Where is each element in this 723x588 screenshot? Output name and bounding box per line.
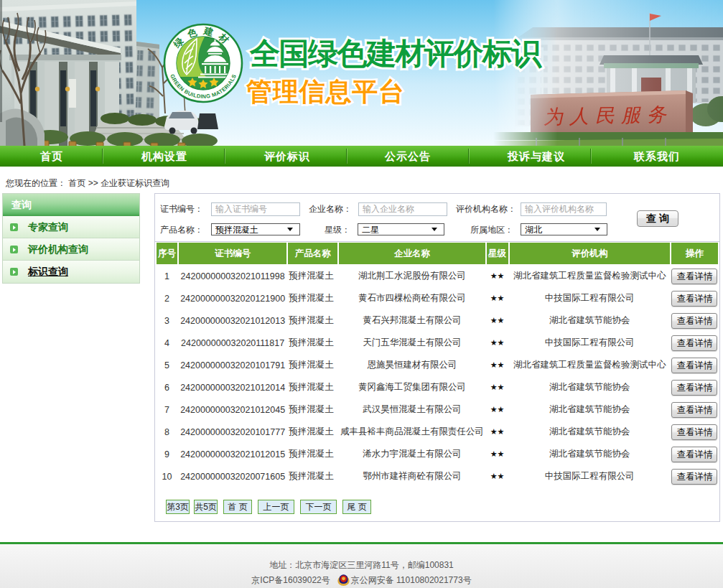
svg-text:管理信息平台: 管理信息平台 bbox=[246, 77, 405, 106]
svg-text:为人民服务: 为人民服务 bbox=[543, 103, 673, 128]
svg-text:全国绿色建材评价标识: 全国绿色建材评价标识 bbox=[249, 37, 543, 70]
